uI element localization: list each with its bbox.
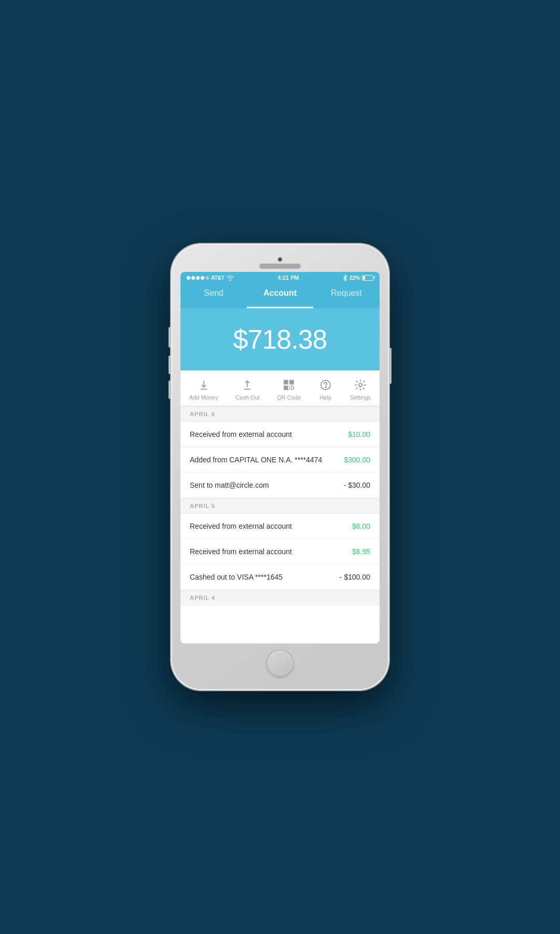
download-svg <box>198 379 210 391</box>
tab-account[interactable]: Account <box>247 283 313 308</box>
help-label: Help <box>319 394 331 401</box>
svg-point-18 <box>359 383 362 387</box>
transaction-item[interactable]: Received from external account $6.95 <box>180 539 380 565</box>
upload-icon <box>240 378 255 392</box>
transaction-item[interactable]: Sent to matt@circle.com - $30.00 <box>180 473 380 498</box>
add-money-label: Add Money <box>189 394 218 401</box>
help-svg <box>319 379 332 391</box>
volume-up <box>169 355 171 374</box>
signal-dot-2 <box>191 276 195 280</box>
tab-request[interactable]: Request <box>313 283 380 308</box>
balance-area: $718.38 <box>180 308 380 370</box>
section-header-april6: APRIL 6 <box>180 406 380 422</box>
svg-rect-5 <box>285 381 287 383</box>
balance-amount: $718.38 <box>233 324 327 355</box>
settings-icon <box>353 378 368 392</box>
cash-out-button[interactable]: Cash Out <box>235 378 259 401</box>
download-icon <box>197 378 211 392</box>
phone-wrapper: AT&T 4:21 PM 22% <box>171 244 389 690</box>
phone-bottom <box>180 643 380 681</box>
transaction-desc: Sent to matt@circle.com <box>190 481 269 489</box>
svg-point-17 <box>325 387 326 388</box>
nav-tabs: Send Account Request <box>180 283 380 308</box>
transaction-amount: $300.00 <box>344 456 370 464</box>
transaction-desc: Received from external account <box>190 522 292 530</box>
tab-send[interactable]: Send <box>180 283 247 308</box>
battery-icon <box>362 275 373 281</box>
carrier-label: AT&T <box>211 275 225 281</box>
volume-buttons <box>169 355 171 399</box>
transaction-item[interactable]: Cashed out to VISA ****1645 - $100.00 <box>180 565 380 590</box>
qr-svg <box>283 379 295 391</box>
battery-percent: 22% <box>349 275 360 281</box>
transaction-desc: Received from external account <box>190 547 292 556</box>
transaction-item[interactable]: Received from external account $6.00 <box>180 514 380 539</box>
battery-fill <box>363 276 365 280</box>
speaker-grille <box>259 264 301 269</box>
settings-button[interactable]: Settings <box>350 378 371 401</box>
transaction-amount: - $30.00 <box>344 481 370 489</box>
add-money-button[interactable]: Add Money <box>189 378 218 401</box>
camera-dot <box>278 257 282 262</box>
wifi-icon <box>227 275 234 281</box>
section-header-april5: APRIL 5 <box>180 498 380 514</box>
qr-icon <box>282 378 296 392</box>
settings-svg <box>354 379 367 391</box>
signal-dot-5 <box>205 276 209 280</box>
phone-shell: AT&T 4:21 PM 22% <box>171 244 389 690</box>
signal-dot-1 <box>187 276 190 280</box>
transaction-item[interactable]: Received from external account $10.00 <box>180 422 380 447</box>
transaction-amount: $6.95 <box>352 547 370 556</box>
signal-dot-4 <box>201 276 204 280</box>
phone-top <box>180 253 380 272</box>
action-bar: Add Money Cash Out <box>180 370 380 406</box>
status-left: AT&T <box>187 275 234 281</box>
transaction-amount: $10.00 <box>348 430 370 438</box>
status-time: 4:21 PM <box>277 274 299 281</box>
status-right: 22% <box>343 274 373 281</box>
transaction-amount: - $100.00 <box>340 573 370 581</box>
section-header-april4: APRIL 4 <box>180 590 380 606</box>
transaction-desc: Cashed out to VISA ****1645 <box>190 573 283 581</box>
transaction-desc: Added from CAPITAL ONE N.A. ****4474 <box>190 456 322 464</box>
transaction-amount: $6.00 <box>352 522 370 530</box>
phone-screen: AT&T 4:21 PM 22% <box>180 272 380 643</box>
qr-code-button[interactable]: QR Code <box>277 378 301 401</box>
cash-out-label: Cash Out <box>235 394 259 401</box>
settings-label: Settings <box>350 394 371 401</box>
transaction-list: APRIL 6 Received from external account $… <box>180 406 380 643</box>
upload-svg <box>241 379 254 391</box>
help-icon <box>318 378 333 392</box>
svg-rect-7 <box>291 381 292 383</box>
volume-down <box>169 380 171 399</box>
signal-dots <box>187 276 209 280</box>
transaction-item[interactable]: Added from CAPITAL ONE N.A. ****4474 $30… <box>180 447 380 473</box>
transaction-desc: Received from external account <box>190 430 292 438</box>
status-bar: AT&T 4:21 PM 22% <box>180 272 380 283</box>
signal-dot-3 <box>196 276 200 280</box>
bluetooth-icon <box>343 274 347 281</box>
home-button[interactable] <box>267 650 293 677</box>
svg-rect-9 <box>285 387 287 389</box>
qr-code-label: QR Code <box>277 394 301 401</box>
help-button[interactable]: Help <box>318 378 333 401</box>
